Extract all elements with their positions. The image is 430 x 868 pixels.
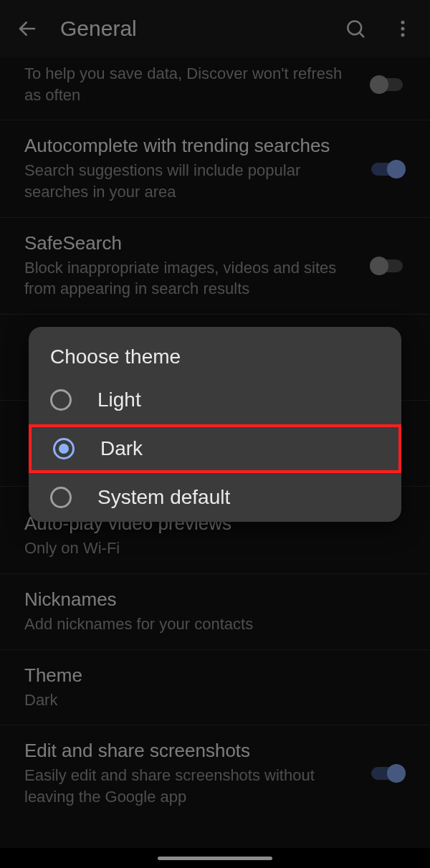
- setting-nicknames[interactable]: Nicknames Add nicknames for your contact…: [0, 574, 430, 650]
- svg-point-5: [401, 33, 405, 37]
- setting-autocomplete-title: Autocomplete with trending searches: [24, 135, 354, 157]
- home-indicator[interactable]: [158, 857, 272, 860]
- back-icon[interactable]: [10, 11, 44, 46]
- toggle-safesearch[interactable]: [368, 256, 406, 276]
- theme-option-system-label: System default: [97, 486, 230, 509]
- setting-safesearch-sub: Block inappropriate images, videos and s…: [24, 257, 354, 300]
- setting-discover[interactable]: To help you save data, Discover won't re…: [0, 57, 430, 120]
- svg-line-2: [360, 33, 364, 37]
- theme-option-dark[interactable]: Dark: [29, 424, 401, 473]
- setting-autocomplete-sub: Search suggestions will include popular …: [24, 160, 354, 202]
- setting-autoplay-sub: Only on Wi-Fi: [24, 538, 391, 559]
- svg-point-3: [401, 21, 405, 24]
- setting-nicknames-sub: Add nicknames for your contacts: [24, 614, 391, 635]
- search-icon[interactable]: [338, 11, 373, 46]
- more-icon[interactable]: [386, 11, 420, 46]
- dialog-title: Choose theme: [29, 327, 401, 376]
- nav-bar: [0, 848, 430, 868]
- setting-theme[interactable]: Theme Dark: [0, 650, 430, 726]
- setting-safesearch[interactable]: SafeSearch Block inappropriate images, v…: [0, 218, 430, 315]
- theme-option-dark-label: Dark: [100, 437, 143, 460]
- choose-theme-dialog: Choose theme Light Dark System default: [29, 327, 401, 522]
- theme-option-system[interactable]: System default: [29, 473, 401, 522]
- setting-nicknames-title: Nicknames: [24, 588, 391, 611]
- setting-autocomplete[interactable]: Autocomplete with trending searches Sear…: [0, 120, 430, 217]
- toggle-screenshots[interactable]: [368, 763, 406, 783]
- setting-screenshots[interactable]: Edit and share screenshots Easily edit a…: [0, 725, 430, 821]
- setting-safesearch-title: SafeSearch: [24, 232, 354, 254]
- setting-screenshots-sub: Easily edit and share screenshots withou…: [24, 765, 354, 807]
- toggle-autocomplete[interactable]: [368, 159, 406, 179]
- theme-option-light-label: Light: [97, 388, 141, 411]
- radio-icon: [53, 438, 75, 459]
- theme-option-light[interactable]: Light: [29, 376, 401, 424]
- app-bar: General: [0, 0, 430, 57]
- page-title: General: [60, 16, 338, 41]
- setting-theme-title: Theme: [24, 664, 391, 687]
- svg-point-4: [401, 27, 405, 31]
- toggle-discover[interactable]: [368, 75, 406, 95]
- setting-discover-sub: To help you save data, Discover won't re…: [24, 63, 354, 105]
- radio-icon: [50, 389, 72, 411]
- setting-theme-sub: Dark: [24, 690, 391, 711]
- radio-icon: [50, 487, 72, 508]
- setting-screenshots-title: Edit and share screenshots: [24, 740, 354, 762]
